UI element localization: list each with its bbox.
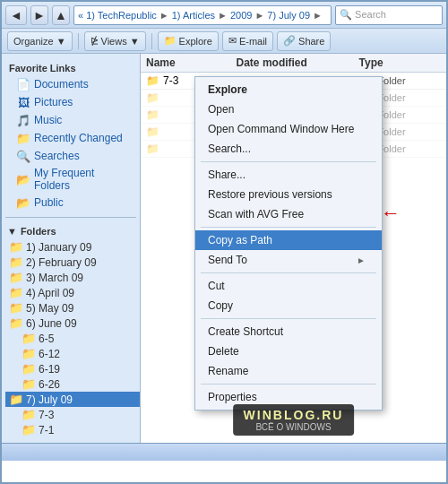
toolbar-separator-1	[78, 33, 79, 49]
folder-6-19[interactable]: 📁 6-19	[5, 361, 140, 376]
folder-icon: 📁	[22, 332, 36, 345]
arrow-indicator: ←	[381, 202, 401, 225]
sidebar-item-frequent-folders[interactable]: 📂 My Frequent Folders	[2, 165, 140, 194]
status-bar	[2, 443, 446, 461]
ctx-open[interactable]: Open	[195, 99, 382, 119]
column-headers: Name Date modified Type	[141, 54, 446, 73]
ctx-separator-2	[201, 227, 376, 228]
file-folder-icon: 📁	[146, 143, 159, 155]
folder-7-3[interactable]: 📁 7-3	[5, 407, 140, 422]
folder-icon: 📁	[22, 408, 36, 421]
favorite-links-title: Favorite Links	[2, 59, 140, 75]
toolbar: Organize ▼ ⋭ Views ▼ 📁 Explore ✉ E-mail …	[2, 29, 446, 54]
folder-6-26[interactable]: 📁 6-26	[5, 376, 140, 392]
folder-icon: 📁	[9, 255, 23, 269]
share-button[interactable]: 🔗 Share	[277, 31, 331, 51]
address-bar: ◄ ► ▲ « 1) TechRepublic ► 1) Articles ► …	[2, 2, 446, 29]
submenu-arrow-icon: ►	[357, 255, 366, 265]
sidebar-item-music[interactable]: 🎵 Music	[2, 111, 140, 129]
ctx-rename[interactable]: Rename	[195, 361, 382, 381]
ctx-copy[interactable]: Copy	[195, 296, 382, 315]
folder-july[interactable]: 📁 7) July 09	[5, 392, 140, 407]
sidebar-item-searches[interactable]: 🔍 Searches	[2, 147, 140, 165]
folder-icon: 📁	[9, 316, 23, 330]
folder-icon: 📁	[22, 362, 36, 376]
ctx-restore[interactable]: Restore previous versions	[195, 185, 382, 204]
search-input[interactable]: 🔍 Search	[335, 5, 443, 25]
path-techrepublic[interactable]: « 1) TechRepublic	[78, 10, 157, 21]
sidebar-item-recently-changed[interactable]: 📁 Recently Changed	[2, 129, 140, 147]
ctx-separator-5	[201, 384, 376, 385]
ctx-scan-avg[interactable]: Scan with AVG Free	[195, 204, 382, 224]
folder-february[interactable]: 📁 2) February 09	[5, 255, 140, 270]
path-july09[interactable]: 7) July 09	[267, 10, 310, 21]
folder-icon: 📁	[22, 423, 36, 436]
folder-icon: 📁	[9, 271, 23, 284]
chevron-down-icon: ▼	[7, 226, 17, 237]
email-button[interactable]: ✉ E-mail	[222, 31, 273, 51]
content-area: Name Date modified Type 📁 7-3 6/29/2009 …	[141, 54, 446, 443]
ctx-properties[interactable]: Properties	[195, 387, 382, 407]
folder-icon: 📁	[9, 393, 23, 406]
folder-icon: 📁	[9, 286, 23, 299]
col-date-header[interactable]: Date modified	[237, 56, 359, 69]
ctx-separator-3	[201, 272, 376, 273]
folders-header[interactable]: ▼ Folders	[2, 223, 140, 239]
context-menu: Explore Open Open Command Window Here Se…	[194, 76, 383, 411]
sidebar-item-public[interactable]: 📂 Public	[2, 194, 140, 212]
folder-april[interactable]: 📁 4) April 09	[5, 285, 140, 300]
documents-icon: 📄	[16, 77, 30, 91]
col-type-header[interactable]: Type	[359, 56, 441, 69]
up-button[interactable]: ▲	[52, 5, 70, 25]
ctx-separator-4	[201, 318, 376, 319]
ctx-explore[interactable]: Explore	[195, 80, 382, 99]
folder-icon: 📁	[22, 377, 36, 391]
sidebar-item-pictures[interactable]: 🖼 Pictures	[2, 93, 140, 111]
folder-icon: 📁	[9, 301, 23, 315]
sidebar: Favorite Links 📄 Documents 🖼 Pictures 🎵 …	[2, 54, 141, 443]
folder-march[interactable]: 📁 3) March 09	[5, 270, 140, 285]
path-articles[interactable]: 1) Articles	[172, 10, 215, 21]
music-icon: 🎵	[16, 113, 30, 127]
searches-icon: 🔍	[16, 149, 30, 163]
organize-button[interactable]: Organize ▼	[7, 31, 73, 51]
sidebar-item-documents[interactable]: 📄 Documents	[2, 75, 140, 93]
back-button[interactable]: ◄	[5, 5, 27, 25]
ctx-separator-1	[201, 161, 376, 162]
ctx-cut[interactable]: Cut	[195, 276, 382, 296]
ctx-create-shortcut[interactable]: Create Shortcut	[195, 322, 382, 341]
folder-7-1[interactable]: 📁 7-1	[5, 422, 140, 437]
folder-icon: 📁	[9, 240, 23, 254]
pictures-icon: 🖼	[16, 95, 30, 109]
file-folder-icon: 📁	[146, 74, 159, 87]
main-area: Favorite Links 📄 Documents 🖼 Pictures 🎵 …	[2, 54, 446, 443]
toolbar-separator-2	[151, 33, 152, 49]
ctx-share[interactable]: Share...	[195, 165, 382, 185]
folder-june[interactable]: 📁 6) June 09	[5, 315, 140, 331]
file-folder-icon: 📁	[146, 125, 159, 138]
folder-january[interactable]: 📁 1) January 09	[5, 239, 140, 255]
views-button[interactable]: ⋭ Views ▼	[84, 31, 146, 51]
folder-icon: 📁	[22, 347, 36, 360]
ctx-send-to[interactable]: Send To ►	[195, 250, 382, 270]
frequent-folders-icon: 📂	[16, 172, 30, 186]
forward-button[interactable]: ►	[30, 5, 48, 25]
public-icon: 📂	[16, 195, 30, 210]
file-folder-icon: 📁	[146, 91, 159, 104]
address-path[interactable]: « 1) TechRepublic ► 1) Articles ► 2009 ►…	[73, 5, 332, 25]
watermark-subtitle: ВСЁ О WINDOWS	[244, 422, 344, 432]
folder-6-5[interactable]: 📁 6-5	[5, 331, 140, 346]
ctx-delete[interactable]: Delete	[195, 341, 382, 361]
explore-button[interactable]: 📁 Explore	[158, 31, 219, 51]
sidebar-divider	[5, 217, 136, 218]
path-2009[interactable]: 2009	[230, 10, 252, 21]
file-folder-icon: 📁	[146, 108, 159, 121]
folder-may[interactable]: 📁 5) May 09	[5, 300, 140, 315]
ctx-open-cmd[interactable]: Open Command Window Here	[195, 119, 382, 139]
ctx-copy-as-path[interactable]: Copy as Path	[195, 230, 382, 250]
folder-6-12[interactable]: 📁 6-12	[5, 346, 140, 361]
recently-changed-icon: 📁	[16, 131, 30, 145]
col-name-header[interactable]: Name	[146, 56, 237, 69]
folders-list: 📁 1) January 09 📁 2) February 09 📁 3) Ma…	[2, 239, 140, 437]
ctx-search[interactable]: Search...	[195, 139, 382, 159]
